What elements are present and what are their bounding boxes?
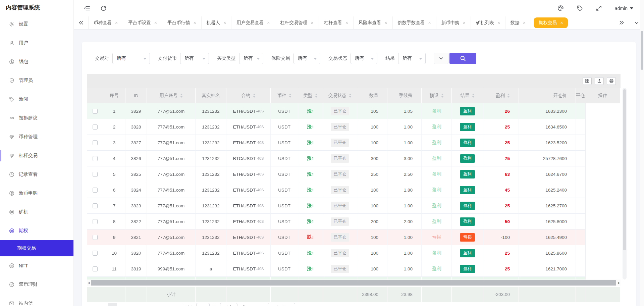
refresh-button[interactable] — [100, 5, 107, 12]
tab-miner-list[interactable]: 矿机列表× — [471, 16, 505, 29]
tab-user-trades[interactable]: 用户交易查看× — [231, 16, 275, 29]
pagination-page-1[interactable]: 1 — [108, 303, 117, 306]
sidebar-item-dual-invest[interactable]: 双币理财 — [0, 275, 73, 294]
tab-multiplier-lots[interactable]: 倍数手数查看× — [393, 16, 436, 29]
row-checkbox[interactable] — [93, 124, 98, 130]
more-filters-button[interactable] — [434, 53, 448, 64]
fullscreen-button[interactable] — [596, 5, 602, 12]
sidebar-item-settings[interactable]: 设置 — [0, 15, 73, 34]
column-header-profit[interactable]: 盈利 — [483, 88, 519, 103]
pagination-next-button[interactable]: › — [172, 303, 181, 306]
close-icon[interactable]: × — [345, 20, 348, 25]
tabs-scroll-left-button[interactable] — [74, 16, 89, 29]
export-button[interactable] — [595, 77, 604, 85]
table-vertical-scrollbar[interactable] — [623, 88, 627, 279]
sidebar-subitem-options-trade[interactable]: 期权交易 — [0, 240, 73, 256]
row-checkbox[interactable] — [93, 266, 98, 271]
pagination-page-3[interactable]: 3 — [133, 303, 143, 306]
cell-preset: 盈利 — [422, 166, 452, 182]
tab-risk-rate[interactable]: 风险率查看× — [354, 16, 393, 29]
close-icon[interactable]: × — [154, 20, 157, 25]
tag-button[interactable] — [577, 5, 583, 12]
close-icon[interactable]: × — [497, 20, 500, 25]
filter-pay-currency-select[interactable]: 所有 — [180, 53, 209, 64]
sidebar-item-feedback[interactable]: 投拆建议 — [0, 109, 73, 128]
column-settings-button[interactable] — [583, 77, 592, 85]
print-button[interactable] — [607, 77, 616, 85]
tab-platform-coin-market[interactable]: 平台币行情× — [162, 16, 202, 29]
row-checkbox[interactable] — [93, 140, 98, 145]
tab-options-trade[interactable]: 期权交易× — [534, 17, 568, 28]
row-checkbox[interactable] — [93, 172, 98, 177]
tab-margin-view[interactable]: 杠杆查看× — [319, 16, 354, 29]
tab-robot[interactable]: 机器人× — [202, 16, 232, 29]
filter-pair-select[interactable]: 所有 — [112, 53, 150, 64]
column-header-currency[interactable]: 币种 — [271, 88, 298, 103]
row-checkbox[interactable] — [93, 251, 98, 256]
result-badge: 盈利 — [460, 107, 475, 115]
close-icon[interactable]: × — [560, 20, 563, 25]
column-header-status[interactable]: 交易状态 — [323, 88, 357, 103]
column-header-account[interactable]: 用户账号 — [147, 88, 196, 103]
column-header-contract[interactable]: 合约 — [226, 88, 271, 103]
row-checkbox[interactable] — [93, 203, 98, 208]
close-icon[interactable]: × — [193, 20, 196, 25]
sidebar-item-options[interactable]: 期权 — [0, 221, 73, 240]
sidebar-item-users[interactable]: 用户 — [0, 34, 73, 52]
close-icon[interactable]: × — [523, 20, 526, 25]
filter-trade-type-select[interactable]: 所有 — [239, 53, 263, 64]
close-icon[interactable]: × — [223, 20, 226, 25]
sidebar-subitem-label: 期权交易 — [17, 245, 36, 251]
column-header-type[interactable]: 类型 — [298, 88, 323, 103]
close-icon[interactable]: × — [428, 20, 431, 25]
row-checkbox[interactable] — [93, 219, 98, 224]
palette-button[interactable] — [557, 5, 564, 12]
scroll-right-arrow-icon[interactable]: ▸ — [618, 281, 620, 285]
row-checkbox[interactable] — [93, 235, 98, 240]
column-header-preset[interactable]: 预设 — [422, 88, 452, 103]
pagination-page-2[interactable]: 2 — [120, 303, 130, 306]
sidebar-item-admins[interactable]: 管理员 — [0, 71, 73, 90]
tabs-scroll-right-button[interactable] — [614, 16, 629, 29]
sidebar-item-coin-manage[interactable]: 币种管理 — [0, 128, 73, 146]
column-header-result[interactable]: 结果 — [452, 88, 483, 103]
sidebar-item-wallet[interactable]: 钱包 — [0, 52, 73, 71]
page-scrollbar-thumb[interactable] — [641, 31, 643, 70]
sidebar-item-messages[interactable]: 站内信 — [0, 294, 73, 306]
collapse-menu-button[interactable] — [84, 5, 90, 12]
tab-ieo[interactable]: 新币申购× — [436, 16, 471, 29]
confirm-button[interactable]: 确定 — [220, 303, 237, 306]
sidebar-item-ieo[interactable]: 新币申购 — [0, 184, 73, 203]
tab-margin-manage[interactable]: 杠杆交易管理× — [275, 16, 319, 29]
pagination-prev-button[interactable]: ‹ — [95, 303, 104, 306]
tab-platform-coin-settings[interactable]: 平台币设置× — [123, 16, 162, 29]
close-icon[interactable]: × — [115, 20, 118, 25]
scroll-left-arrow-icon[interactable]: ◂ — [88, 281, 90, 285]
sidebar-item-nft[interactable]: NFT — [0, 256, 73, 275]
sidebar-item-records[interactable]: 记录查看 — [0, 165, 73, 184]
sidebar-item-margin-trade[interactable]: 杠杆交易 — [0, 146, 73, 165]
row-checkbox[interactable] — [93, 188, 98, 193]
sidebar-item-miner[interactable]: 矿机 — [0, 203, 73, 221]
pagination-page-100[interactable]: 100 — [159, 303, 169, 306]
user-menu[interactable]: admin — [615, 6, 633, 11]
tab-data[interactable]: 数据× — [505, 16, 531, 29]
filter-trade-status-select[interactable]: 所有 — [351, 53, 377, 64]
filter-result-select[interactable]: 所有 — [398, 53, 426, 64]
horizontal-scrollbar-thumb[interactable] — [91, 280, 616, 286]
page-scrollbar[interactable] — [640, 0, 644, 306]
table-horizontal-scrollbar[interactable]: ◂▸ — [87, 279, 621, 286]
row-checkbox[interactable] — [93, 156, 98, 161]
close-icon[interactable]: × — [267, 20, 270, 25]
goto-page-input[interactable]: 1 — [196, 303, 210, 306]
row-checkbox[interactable] — [93, 109, 98, 114]
close-icon[interactable]: × — [311, 20, 313, 25]
vertical-scrollbar-thumb[interactable] — [623, 89, 626, 250]
filter-insurance-select[interactable]: 所有 — [293, 53, 320, 64]
close-icon[interactable]: × — [384, 20, 387, 25]
tab-coin-view[interactable]: 币种查看× — [89, 16, 123, 29]
close-icon[interactable]: × — [463, 20, 466, 25]
sidebar-item-news[interactable]: 新闻 — [0, 90, 73, 109]
page-size-select[interactable]: 20条/页 — [268, 303, 295, 306]
search-button[interactable] — [449, 53, 476, 64]
